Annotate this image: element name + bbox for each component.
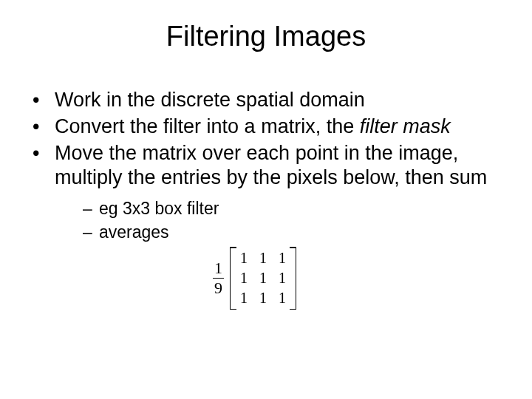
slide-title: Filtering Images [30,21,502,52]
matrix-cell: 1 [259,270,267,287]
bullet-text: Work in the discrete spatial domain [55,89,365,111]
matrix-cell: 1 [279,290,286,307]
bullet-text-pre: Convert the filter into a matrix, the [55,115,360,137]
bullet-item: Convert the filter into a matrix, the fi… [30,115,502,140]
bullet-text-italic: filter mask [360,115,451,137]
matrix-cell: 1 [240,250,248,267]
matrix-cell: 1 [259,250,267,267]
bullet-item: Move the matrix over each point in the i… [30,141,502,245]
sub-bullet-item: eg 3x3 box filter [83,197,502,220]
fraction: 1 9 [213,260,224,296]
bracket-left-icon [230,247,236,310]
matrix-cell: 1 [259,290,267,307]
bullet-item: Work in the discrete spatial domain [30,88,502,113]
matrix-cell: 1 [240,270,248,287]
sub-bullet-item: averages [83,220,502,244]
sub-bullet-list: eg 3x3 box filter averages [55,197,502,244]
bracket-right-icon [290,247,296,310]
bullet-list: Work in the discrete spatial domain Conv… [30,88,502,244]
bullet-text: Move the matrix over each point in the i… [55,142,487,189]
matrix: 1 1 1 1 1 1 1 1 1 [230,247,296,310]
matrix-cell: 1 [240,290,248,307]
fraction-denominator: 9 [213,278,224,296]
matrix-cell: 1 [279,270,286,287]
matrix-grid: 1 1 1 1 1 1 1 1 1 [236,247,290,310]
fraction-numerator: 1 [213,260,224,278]
matrix-cell: 1 [279,250,286,267]
matrix-formula: 1 9 1 1 1 1 1 1 1 1 1 [213,247,296,310]
